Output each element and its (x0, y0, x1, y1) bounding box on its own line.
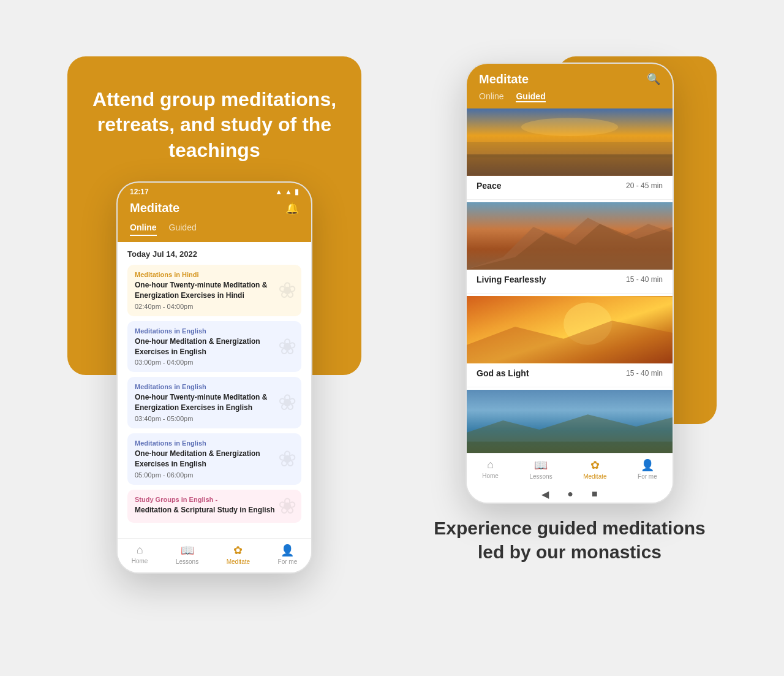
nav-lessons-right[interactable]: 📖 Lessons (529, 458, 552, 480)
android-home-button[interactable]: ● (567, 488, 573, 500)
meditation-info-light: God as Light 15 - 40 min (467, 363, 673, 381)
meditation-list: Peace 20 - 45 min (467, 108, 673, 461)
android-navigation: ◀ ● ■ (467, 484, 673, 503)
search-icon[interactable]: 🔍 (647, 72, 660, 86)
tab-online-right[interactable]: Online (479, 91, 503, 102)
left-phone: 12:17 ▲ ▲ ▮ Meditate 🔔 Online Guided Tod… (116, 181, 312, 574)
right-phone-tabs: Online Guided (467, 86, 673, 108)
nav-meditate-left[interactable]: ✿ Meditate (227, 544, 250, 565)
nav-meditate-label-right: Meditate (583, 473, 606, 480)
lotus-watermark-3: ❀ (278, 390, 296, 416)
nav-lessons-label-right: Lessons (529, 473, 552, 480)
home-icon-right: ⌂ (487, 458, 494, 471)
meditation-duration-peace: 20 - 45 min (626, 181, 663, 190)
right-bottom-text: Experience guided meditations led by our… (404, 516, 735, 564)
status-icons: ▲ ▲ ▮ (275, 188, 299, 196)
session-time-4: 05:00pm - 06:00pm (135, 471, 294, 479)
nav-forme-right[interactable]: 👤 For me (638, 458, 657, 480)
left-panel: Attend group meditations, retreats, and … (49, 38, 380, 639)
left-phone-tabs: Online Guided (118, 222, 311, 242)
nav-home-left[interactable]: ⌂ Home (132, 544, 148, 565)
nav-home-label-right: Home (482, 473, 499, 479)
nav-meditate-label-left: Meditate (227, 558, 250, 565)
forme-icon-right: 👤 (641, 458, 654, 472)
meditation-duration-fearless: 15 - 40 min (626, 275, 663, 284)
home-icon-left: ⌂ (137, 544, 143, 556)
light-svg (467, 296, 673, 363)
nav-forme-label-right: For me (638, 473, 657, 480)
peace-svg (467, 108, 673, 176)
meditation-image-coast (467, 390, 673, 457)
session-title-2: One-hour Meditation & Energization Exerc… (135, 336, 294, 357)
meditation-item-light[interactable]: God as Light 15 - 40 min (467, 296, 673, 387)
meditation-item-coast[interactable] (467, 390, 673, 461)
session-card-3[interactable]: Meditations in English One-hour Twenty-m… (127, 377, 301, 428)
meditation-info-fearless: Living Fearlessly 15 - 40 min (467, 270, 673, 287)
session-category-4: Meditations in English (135, 439, 294, 447)
session-card-2[interactable]: Meditations in English One-hour Meditati… (127, 321, 301, 373)
coast-svg (467, 390, 673, 457)
svg-rect-3 (467, 142, 673, 158)
meditation-name-light: God as Light (477, 368, 529, 378)
tab-online-left[interactable]: Online (130, 222, 157, 236)
right-nav-items: ⌂ Home 📖 Lessons ✿ Meditate 👤 For me (467, 453, 673, 484)
android-back-button[interactable]: ◀ (541, 488, 549, 500)
svg-point-1 (521, 118, 618, 136)
wifi-icon: ▲ (285, 188, 292, 196)
nav-meditate-right[interactable]: ✿ Meditate (583, 458, 606, 480)
right-phone-bottom: ⌂ Home 📖 Lessons ✿ Meditate 👤 For me ◀ (467, 453, 673, 503)
time-display: 12:17 (130, 188, 149, 196)
session-title-1: One-hour Twenty-minute Meditation & Ener… (135, 280, 294, 301)
meditation-duration-light: 15 - 40 min (626, 369, 663, 378)
session-card-1[interactable]: Meditations in Hindi One-hour Twenty-min… (127, 265, 301, 316)
meditation-item-peace[interactable]: Peace 20 - 45 min (467, 108, 673, 200)
lotus-watermark-2: ❀ (278, 334, 296, 360)
left-phone-content: Today Jul 14, 2022 Meditations in Hindi … (118, 242, 311, 546)
tab-guided-left[interactable]: Guided (169, 222, 197, 236)
meditation-info-peace: Peace 20 - 45 min (467, 176, 673, 193)
session-title-4: One-hour Meditation & Energization Exerc… (135, 449, 294, 469)
nav-forme-left[interactable]: 👤 For me (278, 544, 298, 565)
meditate-icon-left: ✿ (233, 544, 243, 557)
meditation-item-fearless[interactable]: Living Fearlessly 15 - 40 min (467, 202, 673, 294)
meditation-image-fearless (467, 202, 673, 270)
meditation-image-light (467, 296, 673, 363)
left-headline: Attend group meditations, retreats, and … (49, 87, 380, 164)
session-title-5: Meditation & Scriptural Study in English (135, 505, 294, 515)
lotus-watermark-4: ❀ (278, 446, 296, 472)
lessons-icon-right: 📖 (534, 458, 548, 472)
meditation-name-peace: Peace (477, 181, 501, 191)
nav-home-label-left: Home (132, 558, 148, 564)
fearless-svg (467, 202, 673, 270)
lotus-watermark-1: ❀ (278, 278, 296, 303)
tab-guided-right[interactable]: Guided (516, 91, 545, 102)
session-category-5: Study Groups in English - (135, 496, 294, 503)
right-phone-header: Meditate 🔍 (467, 64, 673, 86)
session-card-4[interactable]: Meditations in English One-hour Meditati… (127, 433, 301, 485)
right-app-title: Meditate (479, 72, 529, 86)
right-panel: Meditate 🔍 Online Guided (404, 38, 735, 639)
status-bar: 12:17 ▲ ▲ ▮ (118, 183, 311, 196)
session-time-3: 03:40pm - 05:00pm (135, 415, 294, 422)
nav-forme-label-left: For me (278, 558, 298, 565)
svg-rect-2 (467, 154, 673, 175)
date-header: Today Jul 14, 2022 (127, 249, 301, 259)
meditation-image-peace (467, 108, 673, 176)
left-bottom-nav: ⌂ Home 📖 Lessons ✿ Meditate 👤 For me (118, 538, 311, 572)
session-category-2: Meditations in English (135, 327, 294, 335)
signal-icon: ▲ (275, 188, 282, 196)
android-recents-button[interactable]: ■ (592, 488, 598, 500)
session-title-3: One-hour Twenty-minute Meditation & Ener… (135, 392, 294, 413)
notification-icon[interactable]: 🔔 (285, 202, 299, 215)
right-phone: Meditate 🔍 Online Guided (466, 63, 674, 504)
session-category-1: Meditations in Hindi (135, 271, 294, 278)
nav-lessons-left[interactable]: 📖 Lessons (176, 544, 198, 565)
session-card-5[interactable]: Study Groups in English - Meditation & S… (127, 490, 301, 523)
left-app-title: Meditate (130, 201, 179, 215)
meditate-icon-right: ✿ (590, 458, 600, 472)
lotus-watermark-5: ❀ (278, 493, 296, 519)
meditation-name-fearless: Living Fearlessly (477, 275, 546, 284)
battery-icon: ▮ (295, 188, 299, 196)
nav-home-right[interactable]: ⌂ Home (482, 458, 499, 480)
session-time-1: 02:40pm - 04:00pm (135, 303, 294, 310)
